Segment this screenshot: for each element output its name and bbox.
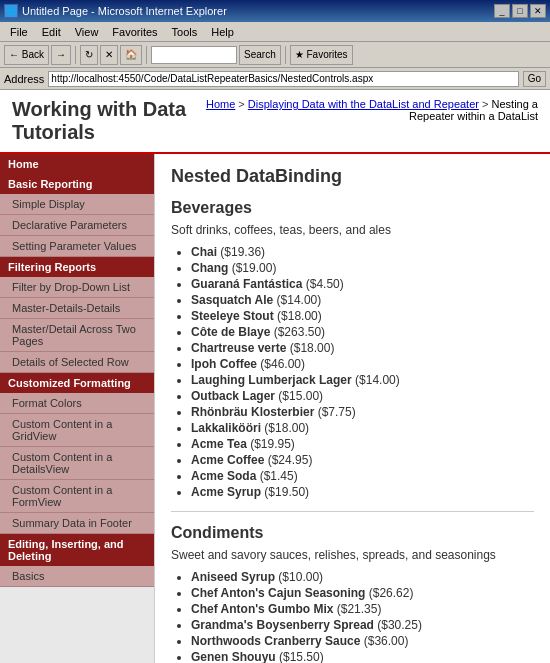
sidebar-item-setting-parameter-values[interactable]: Setting Parameter Values [0,236,154,257]
main-content: Nested DataBinding Beverages Soft drinks… [155,154,550,663]
list-item: Genen Shouyu ($15.50) [191,650,534,663]
sidebar-item-simple-display[interactable]: Simple Display [0,194,154,215]
home-button[interactable]: 🏠 [120,45,142,65]
sidebar-item-format-colors[interactable]: Format Colors [0,393,154,414]
toolbar-separator-1 [75,46,76,64]
list-item: Acme Tea ($19.95) [191,437,534,451]
window-controls: _ □ ✕ [494,4,546,18]
list-item: Outback Lager ($15.00) [191,389,534,403]
list-item: Lakkalikööri ($18.00) [191,421,534,435]
breadcrumb-sep-1: > [238,98,247,110]
sidebar-item-custom-content-gridview[interactable]: Custom Content in a GridView [0,414,154,447]
window-title: Untitled Page - Microsoft Internet Explo… [22,5,227,17]
toolbar: ← Back → ↻ ✕ 🏠 Search ★ Favorites [0,42,550,68]
sidebar-section-basic-reporting[interactable]: Basic Reporting [0,174,154,194]
list-item: Acme Syrup ($19.50) [191,485,534,499]
address-bar: Address Go [0,68,550,90]
breadcrumb-sep-2: > [482,98,491,110]
list-item: Sasquatch Ale ($14.00) [191,293,534,307]
sidebar-item-filter-dropdown[interactable]: Filter by Drop-Down List [0,277,154,298]
sidebar-item-basics[interactable]: Basics [0,566,154,587]
forward-button[interactable]: → [51,45,71,65]
browser-icon: 🌐 [4,4,18,18]
sidebar-item-master-detail-two-pages[interactable]: Master/Detail Across Two Pages [0,319,154,352]
beverages-list: Chai ($19.36) Chang ($19.00) Guaraná Fan… [171,245,534,499]
list-item: Ipoh Coffee ($46.00) [191,357,534,371]
breadcrumb-datalist-link[interactable]: Displaying Data with the DataList and Re… [248,98,479,110]
breadcrumb-home[interactable]: Home [206,98,235,110]
menu-view[interactable]: View [69,25,105,39]
sidebar-item-home[interactable]: Home [0,154,154,174]
list-item: Acme Soda ($1.45) [191,469,534,483]
list-item: Chang ($19.00) [191,261,534,275]
menu-favorites[interactable]: Favorites [106,25,163,39]
sidebar-section-filtering-reports[interactable]: Filtering Reports [0,257,154,277]
content-area: Home Basic Reporting Simple Display Decl… [0,154,550,663]
sidebar-section-customized-formatting[interactable]: Customized Formatting [0,373,154,393]
sidebar-item-details-selected-row[interactable]: Details of Selected Row [0,352,154,373]
back-button[interactable]: ← Back [4,45,49,65]
list-item: Côte de Blaye ($263.50) [191,325,534,339]
category-condiments: Condiments Sweet and savory sauces, reli… [171,524,534,663]
list-item: Aniseed Syrup ($10.00) [191,570,534,584]
page-title: Nested DataBinding [171,166,534,187]
close-button[interactable]: ✕ [530,4,546,18]
search-input[interactable] [154,49,234,60]
condiments-list: Aniseed Syrup ($10.00) Chef Anton's Caju… [171,570,534,663]
maximize-button[interactable]: □ [512,4,528,18]
list-item: Chartreuse verte ($18.00) [191,341,534,355]
toolbar-separator-2 [146,46,147,64]
category-condiments-title: Condiments [171,524,534,542]
category-divider [171,511,534,512]
sidebar-item-summary-data-footer[interactable]: Summary Data in Footer [0,513,154,534]
list-item: Chef Anton's Gumbo Mix ($21.35) [191,602,534,616]
list-item: Chai ($19.36) [191,245,534,259]
stop-button[interactable]: ✕ [100,45,118,65]
list-item: Grandma's Boysenberry Spread ($30.25) [191,618,534,632]
sidebar: Home Basic Reporting Simple Display Decl… [0,154,155,663]
menu-help[interactable]: Help [205,25,240,39]
address-label: Address [4,73,44,85]
category-beverages-desc: Soft drinks, coffees, teas, beers, and a… [171,223,534,237]
breadcrumb: Home > Displaying Data with the DataList… [202,98,538,122]
category-beverages: Beverages Soft drinks, coffees, teas, be… [171,199,534,499]
menu-file[interactable]: File [4,25,34,39]
sidebar-item-master-details[interactable]: Master-Details-Details [0,298,154,319]
list-item: Rhönbräu Klosterbier ($7.75) [191,405,534,419]
sidebar-item-custom-content-formview[interactable]: Custom Content in a FormView [0,480,154,513]
search-button[interactable]: Search [239,45,281,65]
category-condiments-desc: Sweet and savory sauces, relishes, sprea… [171,548,534,562]
list-item: Acme Coffee ($24.95) [191,453,534,467]
list-item: Guaraná Fantástica ($4.50) [191,277,534,291]
refresh-button[interactable]: ↻ [80,45,98,65]
list-item: Steeleye Stout ($18.00) [191,309,534,323]
site-title: Working with Data Tutorials [12,98,202,144]
sidebar-item-custom-content-detailsview[interactable]: Custom Content in a DetailsView [0,447,154,480]
address-input[interactable] [48,71,518,87]
sidebar-item-declarative-parameters[interactable]: Declarative Parameters [0,215,154,236]
menu-tools[interactable]: Tools [166,25,204,39]
sidebar-section-editing[interactable]: Editing, Inserting, and Deleting [0,534,154,566]
header-banner: Working with Data Tutorials Home > Displ… [0,90,550,154]
minimize-button[interactable]: _ [494,4,510,18]
window-titlebar: 🌐 Untitled Page - Microsoft Internet Exp… [0,0,550,22]
list-item: Laughing Lumberjack Lager ($14.00) [191,373,534,387]
category-beverages-title: Beverages [171,199,534,217]
menu-bar: File Edit View Favorites Tools Help [0,22,550,42]
search-box [151,46,237,64]
go-button[interactable]: Go [523,71,546,87]
list-item: Northwoods Cranberry Sauce ($36.00) [191,634,534,648]
toolbar-separator-3 [285,46,286,64]
favorites-button[interactable]: ★ Favorites [290,45,353,65]
menu-edit[interactable]: Edit [36,25,67,39]
list-item: Chef Anton's Cajun Seasoning ($26.62) [191,586,534,600]
